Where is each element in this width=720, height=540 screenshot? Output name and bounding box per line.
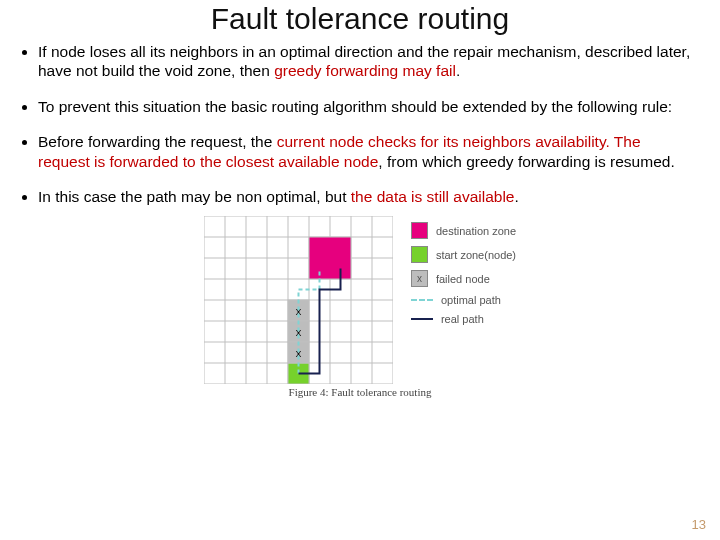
figure-caption: Figure 4: Fault tolerance routing [204, 386, 516, 398]
legend-real-label: real path [441, 313, 484, 325]
legend-dest-label: destination zone [436, 225, 516, 237]
routing-grid: xxx [204, 216, 393, 384]
swatch-dest [411, 222, 428, 239]
bullet-1: If node loses all its neighbors in an op… [38, 42, 696, 81]
swatch-optimal [411, 299, 433, 301]
bullet-1-post: . [456, 62, 460, 79]
legend: destination zone start zone(node) x fail… [411, 216, 516, 332]
bullet-list: If node loses all its neighbors in an op… [0, 42, 696, 206]
legend-failed: x failed node [411, 270, 516, 287]
bullet-2-pre: To prevent this situation the basic rout… [38, 98, 672, 115]
bullet-1-red: greedy forwarding may fail [274, 62, 456, 79]
legend-failed-label: failed node [436, 273, 490, 285]
legend-dest: destination zone [411, 222, 516, 239]
bullet-4: In this case the path may be non optimal… [38, 187, 696, 206]
legend-real: real path [411, 313, 516, 325]
svg-rect-19 [309, 237, 351, 279]
figure: xxx destination zone start zone(node) x … [0, 216, 720, 398]
swatch-failed-x: x [417, 273, 422, 284]
bullet-4-red: the data is still available [351, 188, 515, 205]
swatch-failed: x [411, 270, 428, 287]
page-number: 13 [692, 517, 706, 532]
legend-start: start zone(node) [411, 246, 516, 263]
legend-optimal-label: optimal path [441, 294, 501, 306]
legend-optimal: optimal path [411, 294, 516, 306]
bullet-3-pre: Before forwarding the request, the [38, 133, 277, 150]
bullet-4-post: . [515, 188, 519, 205]
legend-start-label: start zone(node) [436, 249, 516, 261]
bullet-2: To prevent this situation the basic rout… [38, 97, 696, 116]
bullet-4-pre: In this case the path may be non optimal… [38, 188, 351, 205]
bullet-3-post: , from which greedy forwarding is resume… [378, 153, 674, 170]
swatch-start [411, 246, 428, 263]
bullet-3: Before forwarding the request, the curre… [38, 132, 696, 171]
swatch-real [411, 318, 433, 320]
page-title: Fault tolerance routing [0, 0, 720, 36]
